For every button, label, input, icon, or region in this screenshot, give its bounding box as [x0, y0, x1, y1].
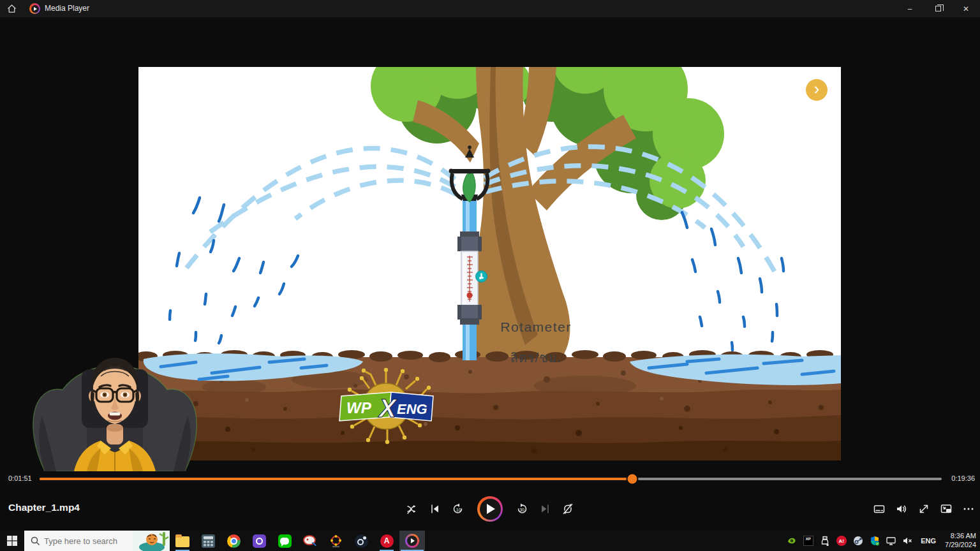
hand-cursor-icon	[475, 270, 487, 283]
taskbar-media-player[interactable]	[399, 531, 425, 551]
taskbar-calculator[interactable]	[195, 531, 221, 551]
taskbar-line[interactable]	[272, 531, 297, 551]
play-icon	[487, 504, 495, 514]
chrome-icon	[227, 534, 241, 548]
fullscreen-button[interactable]	[917, 503, 930, 515]
windows-logo-icon	[7, 536, 17, 546]
seek-bar[interactable]	[40, 478, 942, 480]
red-badge-tray-icon[interactable]: A!	[836, 536, 847, 547]
next-track-button[interactable]	[538, 503, 551, 515]
elapsed-time: 0:01:51	[8, 474, 32, 482]
geogebra-icon	[329, 534, 343, 548]
media-player-window: Media Player – ✕	[0, 0, 980, 551]
media-player-icon	[405, 534, 419, 548]
subtitles-button[interactable]	[873, 503, 886, 515]
skip-back-10-button[interactable]: 10	[452, 503, 464, 515]
language-indicator[interactable]: ENG	[919, 537, 938, 545]
rotameter-units-label: ลิตร/ชม.	[488, 348, 584, 368]
purple-app-icon	[253, 534, 266, 548]
taskbar-purple-app[interactable]	[246, 531, 272, 551]
home-icon[interactable]	[6, 3, 17, 14]
network-tray-icon[interactable]	[886, 536, 896, 547]
play-button[interactable]	[477, 496, 503, 522]
presenter-avatar	[26, 353, 204, 471]
shuffle-off-button[interactable]	[406, 503, 419, 515]
taskbar-geogebra[interactable]	[323, 531, 348, 551]
skip-back-label: 10	[456, 508, 461, 512]
start-button[interactable]	[0, 531, 24, 551]
steam-icon	[355, 534, 368, 548]
volume-muted-tray-icon[interactable]	[902, 536, 913, 547]
red-app-icon: A	[380, 534, 394, 548]
title-bar: Media Player – ✕	[0, 0, 980, 17]
more-options-button[interactable]	[962, 503, 975, 515]
search-input[interactable]	[44, 536, 127, 546]
taskbar: A XP A! ENG 8:36 A	[0, 531, 980, 551]
nvidia-tray-icon[interactable]	[786, 536, 797, 547]
windows-security-tray-icon[interactable]	[869, 536, 880, 547]
irrigation-illustration: WP X ENG	[138, 67, 841, 460]
calculator-icon	[202, 534, 215, 548]
video-next-slide-button: ›	[806, 79, 828, 101]
repeat-off-button[interactable]	[561, 503, 574, 515]
seek-thumb[interactable]	[627, 474, 637, 484]
restore-icon	[935, 6, 941, 11]
line-icon	[278, 534, 292, 548]
xp-pen-tray-icon[interactable]: XP	[803, 536, 813, 547]
close-button[interactable]: ✕	[952, 0, 980, 17]
logo-text-eng: ENG	[397, 401, 427, 417]
skip-forward-30-button[interactable]: 30	[516, 503, 528, 515]
minimize-button[interactable]: –	[896, 0, 924, 17]
taskbar-steam[interactable]	[348, 531, 374, 551]
logo-text-wp: WP	[346, 399, 372, 416]
video-frame[interactable]: WP X ENG	[138, 67, 841, 460]
restore-button[interactable]	[924, 0, 952, 17]
logo-text-x: X	[378, 394, 397, 422]
player-controls: 0:01:51 0:19:36 Chapter_1.mp4 10 30	[0, 469, 980, 531]
paint-app-icon	[303, 534, 317, 547]
total-duration: 0:19:36	[951, 474, 975, 482]
steam-tray-icon[interactable]	[852, 536, 863, 547]
rotameter-float	[467, 293, 473, 298]
search-box-artwork	[133, 531, 170, 551]
file-explorer-icon	[175, 536, 189, 547]
rotameter-label: Rotameter	[488, 320, 584, 335]
system-tray: XP A! ENG 8:36 AM 7/29/2024	[786, 532, 980, 550]
taskbar-chrome[interactable]	[221, 531, 246, 551]
taskbar-clock[interactable]: 8:36 AM 7/29/2024	[944, 532, 976, 550]
seek-bar-fill	[40, 478, 632, 480]
taskbar-red-app[interactable]: A	[374, 531, 399, 551]
tray-time: 8:36 AM	[945, 532, 976, 541]
tray-date: 7/29/2024	[945, 541, 976, 550]
mini-player-button[interactable]	[940, 503, 953, 515]
window-title: Media Player	[45, 4, 89, 13]
previous-track-button[interactable]	[429, 503, 442, 515]
search-icon	[31, 536, 40, 546]
taskbar-file-explorer[interactable]	[170, 531, 195, 551]
taskbar-paint-app[interactable]	[297, 531, 323, 551]
usb-tray-icon[interactable]	[819, 536, 830, 547]
file-name: Chapter_1.mp4	[8, 502, 80, 513]
skip-forward-label: 30	[519, 508, 524, 512]
volume-button[interactable]	[895, 503, 908, 515]
media-player-app-icon	[29, 3, 40, 14]
taskbar-search[interactable]	[24, 531, 170, 551]
